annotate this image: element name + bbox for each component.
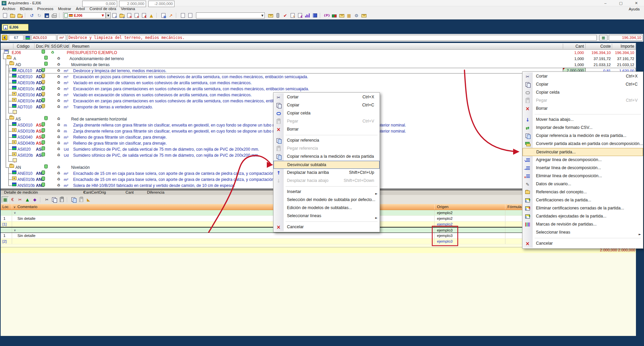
toolbar-redo-icon[interactable]: ↻ (36, 12, 43, 18)
menu-item-eliminar-línea-de-descomposición[interactable]: ×Eliminar línea de descomposición... (523, 172, 643, 180)
menu-árbol[interactable]: Árbol (73, 6, 87, 11)
group-collapse-icon[interactable]: ∨ (14, 210, 16, 216)
concept-code-field[interactable]: ADL010 (32, 35, 56, 41)
menu-item-importar-desde-formato-csv[interactable]: ⇄Importar desde formato CSV... (523, 124, 643, 132)
close-button[interactable]: ✕ (629, 0, 644, 6)
concept-unit-field[interactable]: m² (57, 35, 66, 41)
group-collapse-icon[interactable]: ∨ (14, 228, 16, 233)
header-código[interactable]: Código (17, 44, 30, 49)
menu-item-agregar-línea-de-descomposición[interactable]: ↘Agregar línea de descomposición... (523, 156, 643, 164)
concept-number-field[interactable]: 67 (9, 35, 23, 41)
toolbar-new-concept-icon[interactable]: + (111, 12, 118, 18)
toolbar-undo-icon[interactable]: ↺ (29, 12, 35, 18)
detail-certification-back-icon[interactable]: € (9, 196, 16, 203)
header-cant[interactable]: Cant (551, 44, 584, 49)
job-selector-dropdown-button[interactable]: ▼ (106, 12, 111, 18)
menu-item-desplazar-hacia-abajo[interactable]: ↓Desplazar hacia abajoShift+Ctrl+Down (274, 177, 380, 185)
toolbar-print-icon[interactable] (51, 12, 57, 18)
maximize-button[interactable]: ▢ (613, 0, 629, 6)
menu-item-copiar[interactable]: CopiarCtrl+C (274, 101, 380, 109)
menu-item-datos-de-usuario[interactable]: ✎Datos de usuario... (523, 180, 643, 188)
minimize-button[interactable]: – (598, 0, 613, 6)
cantcertorig-value[interactable]: 0,000 (82, 1, 117, 7)
toolbar-save-icon[interactable] (43, 12, 50, 18)
toolbar-open-job-icon[interactable] (9, 12, 16, 18)
detail-copy-icon[interactable] (51, 196, 58, 203)
header-coste[interactable]: Coste (586, 44, 611, 49)
col-comentario[interactable]: Comentario (17, 205, 37, 209)
menu-item-referencias-del-concepto[interactable]: Referencias del concepto... (523, 188, 643, 196)
menu-item-borrar[interactable]: ×Borrar (523, 105, 643, 113)
toolbar-validate-icon[interactable]: ✔ (282, 12, 289, 18)
menu-item-convertir-partida-alzada-en-partida-con-descomposición[interactable]: Convertir partida alzada en partida con … (523, 140, 643, 148)
toolbar-copy-structure-icon[interactable] (180, 12, 186, 18)
menu-item-copiar-referencia[interactable]: Copiar referencia (274, 137, 380, 145)
menu-item-mover-hacia-abajo[interactable]: ↓Mover hacia abajo... (523, 116, 643, 124)
menu-item-insertar[interactable]: Insertar► (274, 188, 380, 196)
toolbar-database-window-icon[interactable]: ▦ (160, 12, 167, 18)
new-row-icon[interactable] (13, 158, 17, 162)
header-ud[interactable]: Ud (63, 44, 68, 49)
header-doc[interactable]: Doc. (36, 44, 44, 49)
toolbar-mail-certificate-icon[interactable] (338, 12, 345, 18)
menu-item-copiar-celda[interactable]: Copiar celda (274, 109, 380, 117)
menu-ayuda[interactable]: Ayuda (627, 7, 642, 11)
tree-row-ej06[interactable]: EJ06♻PRESUPUESTO EJEMPLO1,000196.394,101… (1, 50, 636, 56)
toolbar-quantities-table-icon[interactable]: ▦ (346, 12, 352, 18)
detail-paste-icon[interactable] (58, 196, 65, 203)
menu-item-edición-de-modelos-de-subtablas[interactable]: Edición de modelos de subtablas... (274, 204, 380, 212)
menu-item-copiar-referencia-a-la-medición-de-esta-partida[interactable]: Copiar referencia a la medición de esta … (523, 132, 643, 140)
concept-summary-field[interactable]: Desbroce y limpieza del terreno, medios … (67, 35, 597, 41)
menu-item-insertar-línea-de-descomposición[interactable]: →Insertar línea de descomposición... (523, 164, 643, 172)
comment-filter-icon[interactable]: ∨ (13, 205, 16, 209)
menu-bdatos[interactable]: BDatos (17, 6, 35, 11)
detail-cut-icon[interactable]: ✂ (43, 196, 50, 203)
tab-ej06[interactable]: EJ06 (2, 24, 29, 31)
toolbar-parametric-concepts-icon[interactable]: {P} (324, 12, 330, 18)
menu-item-cortar[interactable]: ✂CortarCtrl+X (523, 72, 643, 81)
detail-ruler-icon[interactable]: ◣ (85, 196, 92, 203)
new-row-icon[interactable] (13, 110, 17, 114)
header-importe[interactable]: Importe (613, 44, 634, 49)
toolbar-price-book-icon[interactable] (311, 12, 318, 18)
toolbar-send-mail-icon[interactable] (267, 12, 274, 18)
concept-type-icon[interactable] (24, 35, 31, 41)
toolbar-new-job-icon[interactable] (2, 12, 8, 18)
filter-combo[interactable]: ▼ (196, 12, 265, 18)
cant-value[interactable]: 2.000,000 (119, 1, 146, 7)
toolbar-histogram-icon[interactable] (304, 12, 311, 18)
toolbar-price-generator-icon[interactable]: ▲ (148, 12, 155, 18)
toolbar-export-mail-icon[interactable] (360, 12, 367, 18)
menu-item-certificaciones-de-la-partida[interactable]: +Certificaciones de la partida... (523, 196, 643, 204)
menu-mostrar[interactable]: Mostrar (56, 6, 73, 11)
detail-copy-reference-icon[interactable] (70, 196, 77, 203)
menu-item-desvincular-subtabla[interactable]: Desvincular subtabla (274, 161, 380, 169)
toolbar-open-recent-icon[interactable]: * (16, 12, 23, 18)
menu-item-eliminar-certificaciones-cerradas-de-la-partida[interactable]: ×Eliminar certificaciones cerradas de la… (523, 204, 643, 212)
col-loc[interactable]: Loc (2, 205, 9, 209)
menu-item-desvincular-partida[interactable]: Desvincular partida... (523, 148, 643, 156)
tree-row-ad[interactable]: AD♻Movimiento de tierras1,00021.033,1221… (1, 62, 636, 68)
col-origen[interactable]: Origen (437, 205, 449, 209)
toolbar-certification-document-icon[interactable]: € (297, 12, 303, 18)
menu-item-marcas-de-revisión-de-partidas[interactable]: Marcas de revisión de partidas... (523, 220, 643, 229)
diferencia-value[interactable]: -2.000,000 (148, 1, 175, 7)
detail-paste-reference-icon[interactable] (78, 196, 85, 203)
menu-item-copiar[interactable]: CopiarCtrl+C (523, 81, 643, 89)
detail-measurement-grid-icon[interactable]: ▦ (2, 196, 9, 203)
menu-procesos[interactable]: Procesos (35, 6, 56, 11)
menu-item-selección-del-modelo-de-subtabla-por-defecto[interactable]: Selección del modelo de subtabla por def… (274, 196, 380, 204)
menu-item-seleccionar-líneas[interactable]: Seleccionar líneas► (274, 212, 380, 220)
col-formula[interactable]: Fórmula (507, 205, 522, 209)
toolbar-price-info-icon[interactable]: € (141, 12, 147, 18)
menu-item-copiar-celda[interactable]: Copiar celda (523, 89, 643, 97)
menu-item-pegar[interactable]: PegarCtrl+V (523, 97, 643, 105)
toolbar-settings-icon[interactable]: ⚙ (353, 12, 360, 18)
menu-item-pegar-referencia[interactable]: Pegar referencia (274, 145, 380, 153)
toolbar-paste-structure-icon[interactable] (187, 12, 194, 18)
menu-ventana[interactable]: Ventana (118, 6, 137, 11)
job-selector-combo[interactable]: EJ06▼ (63, 12, 106, 18)
toolbar-price-evolution-chart-icon[interactable]: ↗ (167, 12, 174, 18)
detail-cut-lines-icon[interactable]: ✂ (16, 196, 23, 203)
toolbar-delete-concept-icon[interactable]: × (133, 12, 140, 18)
